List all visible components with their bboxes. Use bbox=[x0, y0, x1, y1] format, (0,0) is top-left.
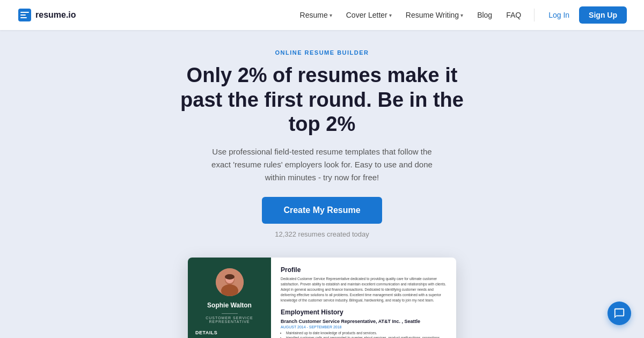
nav-faq[interactable]: FAQ bbox=[501, 8, 526, 23]
logo-icon bbox=[17, 8, 32, 23]
hero-subtitle: Use professional field-tested resume tem… bbox=[204, 145, 440, 184]
job-bullets: Maintained up to date knowledge of produ… bbox=[281, 331, 447, 338]
logo-text: resume.io bbox=[35, 10, 76, 20]
nav-cover-letter[interactable]: Cover Letter ▾ bbox=[341, 8, 397, 23]
employment-section-title: Employment History bbox=[281, 308, 447, 316]
login-button[interactable]: Log In bbox=[542, 8, 576, 23]
create-resume-button[interactable]: Create My Resume bbox=[262, 197, 382, 224]
navigation: resume.io Resume ▾ Cover Letter ▾ Resume… bbox=[0, 0, 644, 30]
bullet-2: Handled customer calls and responded to … bbox=[286, 336, 447, 338]
nav-divider bbox=[534, 9, 535, 21]
svg-point-8 bbox=[225, 274, 235, 280]
logo[interactable]: resume.io bbox=[17, 8, 76, 23]
job-dates: AUGUST 2014 - SEPTEMBER 2018 bbox=[281, 325, 447, 329]
resume-name-divider bbox=[222, 313, 238, 314]
nav-resume-writing[interactable]: Resume Writing ▾ bbox=[400, 8, 469, 23]
chevron-down-icon: ▾ bbox=[389, 12, 392, 18]
nav-links: Resume ▾ Cover Letter ▾ Resume Writing ▾… bbox=[295, 6, 627, 24]
resume-name: Sophie Walton bbox=[207, 302, 252, 309]
svg-rect-1 bbox=[20, 12, 29, 13]
nav-blog[interactable]: Blog bbox=[472, 8, 497, 23]
resume-left-panel: Sophie Walton CUSTOMER SERVICE REPRESENT… bbox=[188, 258, 271, 338]
bullet-1: Maintained up to date knowledge of produ… bbox=[286, 331, 447, 335]
svg-rect-2 bbox=[20, 14, 26, 16]
signup-button[interactable]: Sign Up bbox=[579, 6, 627, 24]
avatar bbox=[216, 268, 244, 296]
avatar-image bbox=[216, 268, 244, 296]
hero-section: ONLINE RESUME BUILDER Only 2% of resumes… bbox=[0, 30, 644, 249]
resume-card: Sophie Walton CUSTOMER SERVICE REPRESENT… bbox=[188, 258, 456, 338]
svg-rect-3 bbox=[20, 17, 27, 18]
profile-section-title: Profile bbox=[281, 266, 447, 274]
hero-title: Only 2% of resumes make it past the firs… bbox=[172, 63, 472, 137]
resume-job-title: CUSTOMER SERVICE REPRESENTATIVE bbox=[195, 316, 264, 324]
job-entry-title: Branch Customer Service Representative, … bbox=[281, 319, 447, 324]
chevron-down-icon: ▾ bbox=[460, 12, 463, 18]
chevron-down-icon: ▾ bbox=[330, 12, 332, 18]
resume-details-head: Details bbox=[195, 330, 217, 335]
hero-tag: ONLINE RESUME BUILDER bbox=[11, 49, 633, 56]
chat-icon bbox=[613, 307, 625, 319]
resume-count: 12,322 resumes created today bbox=[11, 230, 633, 238]
nav-resume[interactable]: Resume ▾ bbox=[295, 8, 338, 23]
chat-widget-button[interactable] bbox=[608, 302, 631, 325]
resume-preview-section: Sophie Walton CUSTOMER SERVICE REPRESENT… bbox=[0, 258, 644, 338]
profile-text: Dedicated Customer Service Representativ… bbox=[281, 276, 447, 303]
resume-right-panel: Profile Dedicated Customer Service Repre… bbox=[271, 258, 456, 338]
